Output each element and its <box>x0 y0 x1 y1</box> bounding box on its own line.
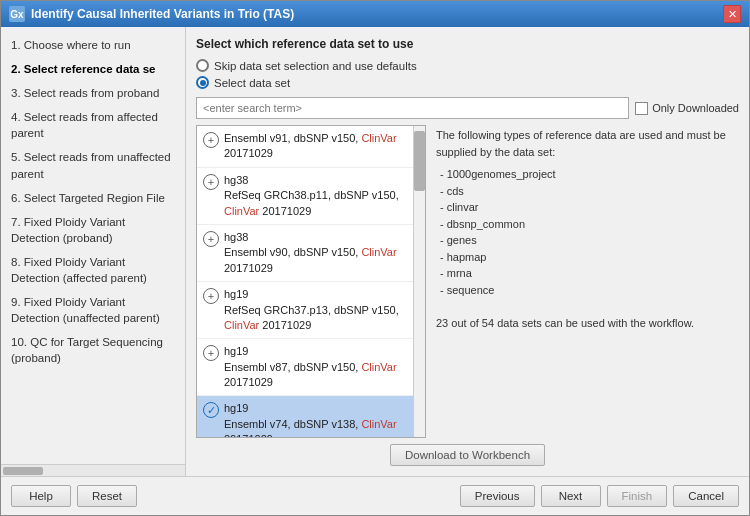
info-type: cds <box>440 183 737 200</box>
info-type: mrna <box>440 265 737 282</box>
info-panel: The following types of reference data ar… <box>434 125 739 438</box>
sidebar-item-4[interactable]: 4. Select reads from affected parent <box>1 105 185 145</box>
window-title: Identify Causal Inherited Variants in Tr… <box>31 7 294 21</box>
item-text: hg19RefSeq GRCh37.p13, dbSNP v150, ClinV… <box>224 287 419 333</box>
list-item[interactable]: ✓ hg19Ensembl v74, dbSNP v138, ClinVar 2… <box>197 396 425 437</box>
sidebar-item-7[interactable]: 7. Fixed Ploidy Variant Detection (proba… <box>1 210 185 250</box>
sidebar-item-9[interactable]: 9. Fixed Ploidy Variant Detection (unaff… <box>1 290 185 330</box>
cancel-button[interactable]: Cancel <box>673 485 739 507</box>
list-item[interactable]: + hg38RefSeq GRCh38.p11, dbSNP v150, Cli… <box>197 168 425 225</box>
info-intro: The following types of reference data ar… <box>436 127 737 160</box>
dataset-list: + Ensembl v91, dbSNP v150, ClinVar 20171… <box>196 125 426 438</box>
list-item[interactable]: + Ensembl v91, dbSNP v150, ClinVar 20171… <box>197 126 425 168</box>
only-downloaded-label: Only Downloaded <box>652 102 739 114</box>
list-item[interactable]: + hg38Ensembl v90, dbSNP v150, ClinVar 2… <box>197 225 425 282</box>
search-row: Only Downloaded <box>196 97 739 119</box>
check-icon: ✓ <box>203 402 219 418</box>
info-type: genes <box>440 232 737 249</box>
sidebar-item-2[interactable]: 2. Select reference data se <box>1 57 185 81</box>
bottom-bar: Help Reset Previous Next Finish Cancel <box>1 476 749 515</box>
step-num: 6. <box>11 192 24 204</box>
scrollbar-thumb <box>414 131 425 191</box>
previous-button[interactable]: Previous <box>460 485 535 507</box>
title-bar-left: Gx Identify Causal Inherited Variants in… <box>9 6 294 22</box>
plus-icon: + <box>203 174 219 190</box>
item-text: Ensembl v91, dbSNP v150, ClinVar 2017102… <box>224 131 419 162</box>
main-content: 1. Choose where to run 2. Select referen… <box>1 27 749 476</box>
panel-title: Select which reference data set to use <box>196 37 739 51</box>
plus-icon: + <box>203 345 219 361</box>
sidebar-item-3[interactable]: 3. Select reads from proband <box>1 81 185 105</box>
list-item[interactable]: + hg19Ensembl v87, dbSNP v150, ClinVar 2… <box>197 339 425 396</box>
main-window: Gx Identify Causal Inherited Variants in… <box>0 0 750 516</box>
radio-skip-label: Skip data set selection and use defaults <box>214 60 417 72</box>
info-types-list: 1000genomes_project cds clinvar dbsnp_co… <box>440 166 737 298</box>
download-workbench-button[interactable]: Download to Workbench <box>390 444 545 466</box>
item-text: hg19Ensembl v87, dbSNP v150, ClinVar 201… <box>224 344 419 390</box>
radio-group: Skip data set selection and use defaults… <box>196 59 739 89</box>
item-text: hg38RefSeq GRCh38.p11, dbSNP v150, ClinV… <box>224 173 419 219</box>
app-icon: Gx <box>9 6 25 22</box>
plus-icon: + <box>203 288 219 304</box>
title-bar: Gx Identify Causal Inherited Variants in… <box>1 1 749 27</box>
next-button[interactable]: Next <box>541 485 601 507</box>
search-input[interactable] <box>196 97 629 119</box>
item-text: hg19Ensembl v74, dbSNP v138, ClinVar 201… <box>224 401 419 437</box>
list-item[interactable]: + hg19RefSeq GRCh37.p13, dbSNP v150, Cli… <box>197 282 425 339</box>
help-button[interactable]: Help <box>11 485 71 507</box>
close-button[interactable]: ✕ <box>723 5 741 23</box>
scrollbar-thumb <box>3 467 43 475</box>
finish-button[interactable]: Finish <box>607 485 668 507</box>
bottom-right-buttons: Previous Next Finish Cancel <box>460 485 739 507</box>
step-num: 2. <box>11 63 24 75</box>
radio-select-row[interactable]: Select data set <box>196 76 739 89</box>
list-scrollbar[interactable] <box>413 126 425 437</box>
step-num: 7. <box>11 216 24 228</box>
content-area: + Ensembl v91, dbSNP v150, ClinVar 20171… <box>196 125 739 438</box>
only-downloaded-checkbox[interactable] <box>635 102 648 115</box>
info-type: 1000genomes_project <box>440 166 737 183</box>
step-num: 4. <box>11 111 24 123</box>
radio-select[interactable] <box>196 76 209 89</box>
info-summary: 23 out of 54 data sets can be used with … <box>436 315 737 332</box>
sidebar-item-6[interactable]: 6. Select Targeted Region File <box>1 186 185 210</box>
only-downloaded-row[interactable]: Only Downloaded <box>635 102 739 115</box>
plus-icon: + <box>203 231 219 247</box>
step-num: 3. <box>11 87 24 99</box>
sidebar-horizontal-scrollbar[interactable] <box>1 464 185 476</box>
info-type: clinvar <box>440 199 737 216</box>
step-num: 10. <box>11 336 30 348</box>
step-num: 1. <box>11 39 24 51</box>
download-row: Download to Workbench <box>196 444 739 466</box>
step-num: 5. <box>11 151 24 163</box>
dataset-list-scroll[interactable]: + Ensembl v91, dbSNP v150, ClinVar 20171… <box>197 126 425 437</box>
info-type: hapmap <box>440 249 737 266</box>
sidebar: 1. Choose where to run 2. Select referen… <box>1 27 186 476</box>
right-panel: Select which reference data set to use S… <box>186 27 749 476</box>
sidebar-item-5[interactable]: 5. Select reads from unaffected parent <box>1 145 185 185</box>
radio-skip-row[interactable]: Skip data set selection and use defaults <box>196 59 739 72</box>
step-num: 9. <box>11 296 24 308</box>
reset-button[interactable]: Reset <box>77 485 137 507</box>
plus-icon: + <box>203 132 219 148</box>
radio-skip[interactable] <box>196 59 209 72</box>
info-type: dbsnp_common <box>440 216 737 233</box>
step-num: 8. <box>11 256 24 268</box>
sidebar-item-8[interactable]: 8. Fixed Ploidy Variant Detection (affec… <box>1 250 185 290</box>
sidebar-item-10[interactable]: 10. QC for Target Sequencing (proband) <box>1 330 185 370</box>
radio-select-label: Select data set <box>214 77 290 89</box>
item-text: hg38Ensembl v90, dbSNP v150, ClinVar 201… <box>224 230 419 276</box>
info-type: sequence <box>440 282 737 299</box>
sidebar-item-1[interactable]: 1. Choose where to run <box>1 33 185 57</box>
bottom-left-buttons: Help Reset <box>11 485 137 507</box>
